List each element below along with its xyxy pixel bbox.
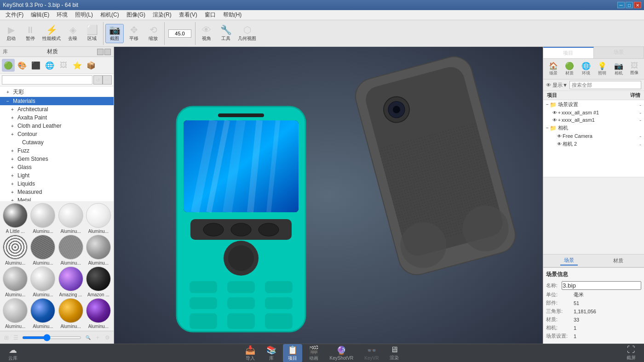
panel-close[interactable]: ✕ [104, 49, 111, 55]
viewport[interactable] [114, 47, 543, 344]
bb-project[interactable]: 📋 项目 [283, 344, 302, 362]
toolbar-start[interactable]: ▶ 启动 [2, 24, 20, 43]
tab-background[interactable]: 🖼 [57, 59, 70, 72]
toolbar-view[interactable]: 👁 视角 [197, 24, 216, 43]
tree-item-liquids[interactable]: +Liquids [0, 180, 114, 188]
menu-help[interactable]: 帮助(H) [219, 10, 246, 20]
si-value-name[interactable] [562, 281, 641, 290]
tab-environment[interactable]: 🌐 [43, 59, 56, 72]
proj-item-cameras[interactable]: − 📁 相机 [543, 124, 644, 132]
toolbar-performance[interactable]: ⚡ 性能模式 [40, 24, 63, 43]
display-toggle[interactable]: 👁 显示▼ [546, 82, 568, 89]
mat-thumb-8[interactable]: Aluminu... [85, 235, 112, 266]
proj-item-asm2[interactable]: 👁 + xxxx_all_asm1 - [543, 116, 644, 124]
tree-item-tiancai[interactable]: +天彩 [0, 87, 114, 97]
rp-tab-image[interactable]: 🖼 图像 [628, 61, 640, 77]
mat-thumb-16[interactable]: Aluminu... [85, 298, 112, 329]
search-refresh-button[interactable]: ↺ [93, 75, 103, 85]
rp-tab-camera[interactable]: 📷 相机 [612, 61, 625, 77]
angle-input[interactable] [168, 29, 191, 38]
maximize-button[interactable]: □ [626, 2, 633, 8]
tab-texture[interactable]: ⬛ [29, 59, 42, 72]
toolbar-denoise[interactable]: ◈ 去噪 [63, 24, 82, 43]
tab-model[interactable]: 📦 [85, 59, 98, 72]
menu-environment[interactable]: 环境 [53, 10, 71, 20]
rp-tab-environment[interactable]: 🌐 环境 [580, 61, 592, 77]
bb-library[interactable]: 📚 库 [262, 344, 281, 362]
tree-item-metal[interactable]: +Metal [0, 196, 114, 201]
tree-item-cutaway[interactable]: Cutaway [0, 138, 114, 147]
toolbar-pause[interactable]: ⏸ 暂停 [21, 24, 40, 43]
menu-window[interactable]: 窗口 [201, 10, 219, 20]
toolbar-geometry[interactable]: ⬡ 几何视图 [236, 24, 258, 43]
bb-animation[interactable]: 🎬 动画 [304, 344, 323, 362]
menu-file[interactable]: 文件(F) [2, 10, 27, 20]
tree-item-axalta[interactable]: +Axalta Paint [0, 113, 114, 122]
menu-render[interactable]: 渲染(R) [149, 10, 175, 20]
toolbar-tools[interactable]: 🔧 工具 [217, 24, 235, 43]
panel-restore[interactable]: ⧉ [97, 49, 104, 55]
tree-item-measured[interactable]: +Measured [0, 188, 114, 196]
mat-thumb-11[interactable]: Amazing ... [58, 266, 84, 297]
proj-item-camera2[interactable]: 👁 相机 2 - [543, 140, 644, 148]
mat-thumb-7[interactable]: Aluminu... [58, 235, 84, 266]
mat-thumb-10[interactable]: Aluminu... [29, 266, 56, 297]
toolbar-screenshot[interactable]: 📷 截图 [105, 24, 124, 43]
mat-thumb-1[interactable]: A Little ... [2, 203, 29, 234]
tab-favorites[interactable]: ⭐ [71, 59, 84, 72]
rp-tab-scene[interactable]: 🏠 场景 [547, 61, 560, 77]
menu-edit[interactable]: 编辑(E) [27, 10, 53, 20]
tab-color[interactable]: 🎨 [16, 59, 29, 72]
project-search-input[interactable] [569, 81, 641, 89]
tab-project[interactable]: 项目 [543, 47, 594, 58]
tree-item-gems[interactable]: +Gem Stones [0, 155, 114, 163]
menu-image[interactable]: 图像(G) [123, 10, 149, 20]
menu-lighting[interactable]: 照明(L) [71, 10, 97, 20]
proj-item-scene-settings[interactable]: − 📁 场景设置 - [543, 100, 644, 109]
mat-thumb-13[interactable]: Aluminu... [2, 298, 29, 329]
rp-tab-materials[interactable]: 🟢 材质 [563, 61, 576, 77]
rp-bottom-scene[interactable]: 场景 [560, 256, 578, 266]
rp-bottom-materials[interactable]: 材质 [610, 256, 627, 265]
minimize-button[interactable]: ─ [617, 2, 625, 8]
proj-item-free-camera[interactable]: 👁 Free Camera - [543, 132, 644, 140]
list-view-button[interactable]: ☰ [12, 334, 19, 341]
tree-item-glass[interactable]: +Glass [0, 163, 114, 171]
bb-import[interactable]: 📥 导入 [241, 344, 260, 362]
mat-thumb-15[interactable]: Aluminu... [58, 298, 84, 329]
toolbar-zoom[interactable]: ⟲ 缩放 [144, 24, 162, 43]
tree-item-contour[interactable]: +Contour [0, 130, 114, 138]
bb-render[interactable]: 🖥 渲染 [385, 344, 403, 362]
menu-view[interactable]: 查看(V) [175, 10, 201, 20]
mat-thumb-14[interactable]: Aluminu... [29, 298, 56, 329]
grid-view-button[interactable]: ⊞ [3, 334, 10, 341]
bb-key-vr[interactable]: 👓 KeyVR [360, 345, 383, 362]
mat-thumb-3[interactable]: Aluminu... [58, 203, 84, 234]
tree-item-light[interactable]: +Light [0, 171, 114, 180]
material-search-input[interactable] [2, 75, 92, 85]
tab-scene[interactable]: 场景 [594, 47, 644, 58]
bb-screenshot[interactable]: ⛶ 截屏 [622, 344, 640, 362]
search-filter-button[interactable]: ⋯ [103, 75, 112, 85]
tree-item-materials[interactable]: −Materials [0, 97, 114, 105]
mat-thumb-9[interactable]: Aluminu... [2, 266, 29, 297]
tree-item-fuzz[interactable]: +Fuzz [0, 147, 114, 155]
proj-item-asm1[interactable]: 👁 + xxxx_all_asm #1 - [543, 109, 644, 116]
tree-item-architectural[interactable]: +Architectural [0, 105, 114, 113]
add-material-button[interactable]: + [94, 334, 101, 341]
tab-materials[interactable]: 🟢 [2, 59, 15, 72]
mat-thumb-2[interactable]: Aluminu... [29, 203, 56, 234]
size-slider[interactable] [22, 336, 81, 339]
rp-tab-lighting[interactable]: 💡 照明 [596, 61, 609, 77]
bb-keyshot-vr[interactable]: 🔮 KeyShotVR [325, 345, 358, 362]
menu-camera[interactable]: 相机(C) [97, 10, 123, 20]
tree-item-cloth[interactable]: +Cloth and Leather [0, 122, 114, 130]
zoom-out-icon[interactable]: 🔍 [84, 334, 91, 341]
settings-button[interactable]: ⚙ [104, 334, 111, 341]
close-button[interactable]: ✕ [634, 2, 641, 8]
mat-thumb-12[interactable]: Amazon ... [85, 266, 112, 297]
toolbar-region[interactable]: ⬜ 区域 [83, 24, 101, 43]
mat-thumb-6[interactable]: Aluminu... [29, 235, 56, 266]
mat-thumb-4[interactable]: Aluminu... [85, 203, 112, 234]
toolbar-pan[interactable]: ✥ 平移 [125, 24, 143, 43]
